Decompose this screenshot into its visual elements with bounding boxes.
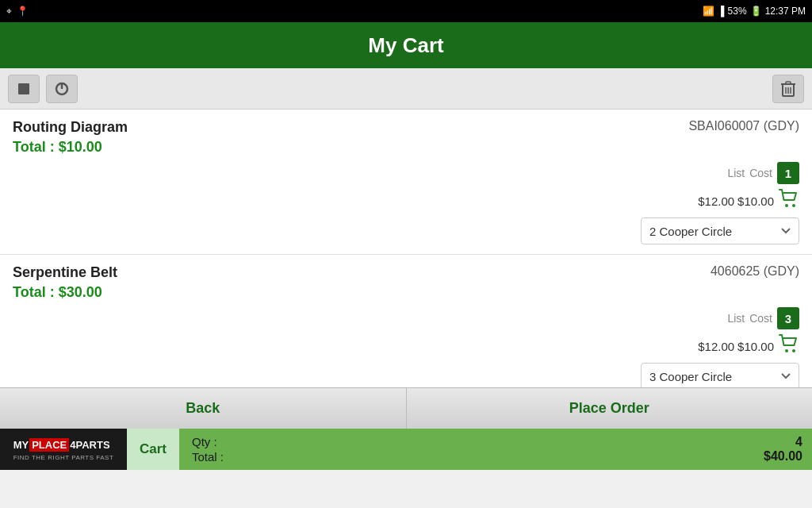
item-prices-row: $12.00 $10.00: [13, 189, 799, 213]
item-total: Total : $10.00: [13, 139, 799, 156]
item-sku: 4060625 (GDY): [710, 264, 799, 279]
cart-item-header: Routing Diagram SBAI060007 (GDY): [13, 119, 799, 136]
list-label: List: [727, 312, 745, 325]
app-header: My Cart: [0, 22, 812, 68]
logo-4parts: 4PARTS: [70, 439, 109, 451]
map-icon: 📍: [17, 6, 29, 17]
item-pricing-row: List Cost 3: [13, 307, 799, 329]
item-sku: SBAI060007 (GDY): [688, 119, 799, 133]
location-dropdown-container: 3 Cooper Circle: [13, 363, 799, 387]
location-icon: ⌖: [6, 6, 12, 17]
item-pricing-row: List Cost 1: [13, 162, 799, 184]
total-label: Total :: [192, 450, 224, 464]
status-bar: ⌖ 📍 📶 ▐ 53% 🔋 12:37 PM: [0, 0, 812, 22]
svg-point-10: [792, 204, 795, 207]
location-select[interactable]: 2 Cooper Circle: [641, 217, 799, 244]
stop-button[interactable]: [8, 75, 40, 103]
cost-label: Cost: [749, 312, 772, 325]
battery-percent: 53%: [728, 6, 747, 17]
stop-icon: [17, 82, 31, 96]
power-icon: [54, 81, 70, 97]
svg-point-11: [785, 349, 788, 352]
brand-logo: MY PLACE 4PARTS FIND THE RIGHT PARTS FAS…: [0, 429, 127, 470]
footer-count: 4 $40.00: [764, 429, 812, 470]
toolbar-left: [8, 75, 78, 103]
item-name: Serpentine Belt: [13, 264, 117, 281]
wifi-icon: 📶: [703, 6, 714, 17]
page-title: My Cart: [368, 33, 443, 58]
item-total: Total : $30.00: [13, 284, 799, 301]
logo-my: MY: [13, 439, 29, 451]
location-select[interactable]: 3 Cooper Circle: [641, 363, 799, 387]
logo-place: PLACE: [29, 438, 69, 452]
add-to-cart-button[interactable]: [779, 189, 799, 213]
svg-rect-0: [18, 83, 29, 94]
signal-icon: ▐: [718, 6, 725, 17]
price-values: $12.00 $10.00: [698, 194, 774, 208]
footer-total-value: $40.00: [764, 449, 802, 464]
footer: MY PLACE 4PARTS FIND THE RIGHT PARTS FAS…: [0, 429, 812, 470]
price-labels: List Cost: [727, 167, 772, 179]
footer-qty: Qty :: [192, 435, 751, 448]
qty-label: Qty :: [192, 435, 217, 448]
cart-item: Serpentine Belt 4060625 (GDY) Total : $3…: [0, 255, 812, 387]
back-button[interactable]: Back: [0, 388, 407, 429]
power-button[interactable]: [46, 75, 78, 103]
delete-button[interactable]: [772, 75, 804, 103]
place-order-button[interactable]: Place Order: [407, 388, 813, 429]
bottom-buttons: Back Place Order: [0, 387, 812, 429]
cart-item: Routing Diagram SBAI060007 (GDY) Total :…: [0, 110, 812, 255]
location-dropdown-container: 2 Cooper Circle: [13, 217, 799, 244]
battery-icon: 🔋: [750, 6, 762, 17]
item-prices-row: $12.00 $10.00: [13, 334, 799, 358]
logo-tagline: FIND THE RIGHT PARTS FAST: [13, 454, 114, 461]
list-price: $12.00: [698, 340, 734, 353]
trash-icon: [780, 80, 796, 98]
svg-point-12: [792, 349, 795, 352]
list-label: List: [727, 167, 745, 179]
item-name: Routing Diagram: [13, 119, 128, 136]
list-price: $12.00: [698, 194, 734, 208]
clock: 12:37 PM: [765, 6, 806, 17]
cost-price: $10.00: [737, 340, 774, 353]
price-labels: List Cost: [727, 312, 772, 325]
cart-item-header: Serpentine Belt 4060625 (GDY): [13, 264, 799, 281]
svg-point-9: [785, 204, 788, 207]
toolbar: [0, 68, 812, 110]
footer-info: Qty : Total :: [179, 435, 764, 464]
svg-rect-5: [786, 82, 791, 84]
footer-cart-label: Cart: [127, 429, 179, 470]
add-to-cart-button[interactable]: [779, 334, 799, 358]
footer-total: Total :: [192, 450, 751, 464]
price-values: $12.00 $10.00: [698, 340, 774, 353]
cost-label: Cost: [749, 167, 772, 179]
cart-list: Routing Diagram SBAI060007 (GDY) Total :…: [0, 110, 812, 387]
footer-qty-value: 4: [795, 435, 802, 449]
status-bar-left: ⌖ 📍: [6, 6, 29, 17]
quantity-badge: 3: [777, 307, 799, 329]
quantity-badge: 1: [777, 162, 799, 184]
status-bar-right: 📶 ▐ 53% 🔋 12:37 PM: [703, 6, 806, 17]
cost-price: $10.00: [737, 194, 774, 208]
